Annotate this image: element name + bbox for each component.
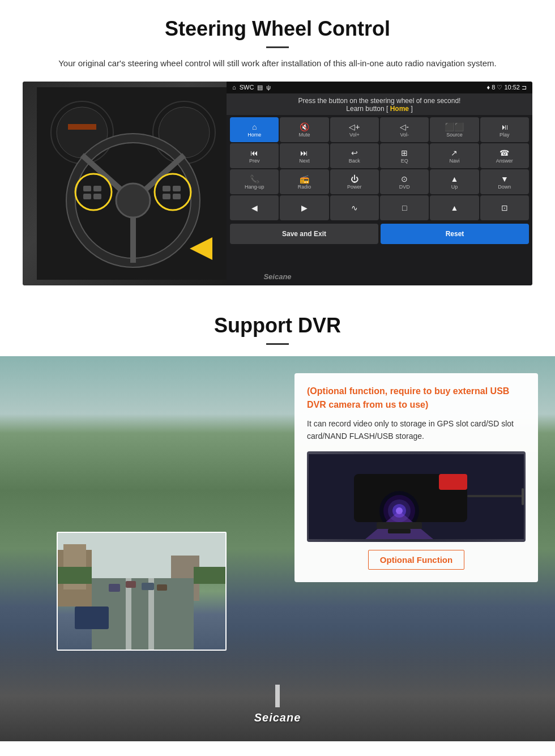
down-btn-label: Down [498, 184, 511, 190]
svg-rect-19 [163, 194, 170, 199]
hangup-btn-label: Hang-up [245, 184, 264, 190]
swc-btn-volup[interactable]: ◁+ Vol+ [330, 117, 379, 142]
navi-btn-label: Navi [449, 158, 459, 164]
swc-btn-down[interactable]: ▼ Down [480, 169, 529, 194]
seicane-watermark-swc: Seicane [263, 272, 291, 281]
svg-rect-45 [467, 495, 524, 497]
reset-button[interactable]: Reset [381, 224, 529, 244]
swc-learn-button-row: Learn button [ Home ] [227, 105, 532, 113]
swc-btn-r4d[interactable]: □ [380, 195, 429, 220]
voldown-btn-label: Vol- [400, 132, 409, 138]
volup-btn-icon: ◁+ [349, 123, 360, 131]
swc-btn-r4e[interactable]: ▲ [430, 195, 479, 220]
section1-description: Your original car's steering wheel contr… [45, 57, 510, 70]
navi-btn-icon: ↗ [451, 149, 458, 157]
swc-btn-source[interactable]: ⬛⬛ Source [430, 117, 479, 142]
dvr-description: It can record video only to storage in G… [307, 417, 526, 443]
swc-btn-next[interactable]: ⏭ Next [280, 143, 328, 168]
svg-rect-33 [75, 606, 109, 629]
play-btn-icon: ⏯ [501, 123, 509, 131]
r4e-btn-icon: ▲ [451, 204, 459, 212]
r4d-btn-icon: □ [402, 204, 407, 212]
swc-btn-navi[interactable]: ↗ Navi [430, 143, 479, 168]
swc-statusbar-right: ♦ 8 ♡ 10:52 ⊐ [487, 84, 527, 91]
swc-btn-radio[interactable]: 📻 Radio [280, 169, 328, 194]
swc-home-highlight: Home [390, 105, 409, 113]
swc-btn-home[interactable]: ⌂ Home [230, 117, 279, 142]
location-icon: ♦ 8 ♡ [487, 84, 505, 91]
home-btn-icon: ⌂ [252, 123, 257, 131]
svg-rect-47 [377, 522, 422, 529]
r4a-btn-icon: ◀ [251, 204, 258, 212]
swc-btn-play[interactable]: ⏯ Play [480, 117, 529, 142]
dvr-section: Support DVR [0, 297, 555, 741]
svg-rect-18 [173, 186, 181, 191]
swc-action-bar: Save and Exit Reset [230, 224, 529, 244]
source-btn-label: Source [446, 132, 463, 138]
section1-title: Steering Wheel Control [23, 17, 532, 41]
dvr-divider [266, 343, 289, 345]
save-exit-button[interactable]: Save and Exit [230, 224, 378, 244]
section1-divider [266, 46, 289, 48]
swc-learnbar: Press the button on the steering wheel o… [227, 93, 532, 115]
swc-btn-eq[interactable]: ⊞ EQ [380, 143, 429, 168]
battery-icon: ⊐ [522, 84, 527, 91]
back-btn-label: Back [349, 158, 360, 164]
swc-btn-mute[interactable]: 🔇 Mute [280, 117, 328, 142]
radio-btn-label: Radio [298, 184, 311, 190]
road-line [275, 685, 280, 707]
svg-rect-20 [173, 194, 181, 199]
svg-rect-17 [163, 186, 170, 191]
home-btn-label: Home [247, 132, 261, 138]
dvr-camera-svg [309, 454, 524, 539]
answer-btn-icon: ☎ [500, 149, 509, 157]
svg-rect-14 [83, 194, 91, 199]
swc-label: SWC [240, 84, 254, 91]
swc-press-instruction: Press the button on the steering wheel o… [227, 97, 532, 105]
svg-point-10 [116, 183, 150, 217]
swc-ui-panel: ⌂ SWC ▤ ψ ♦ 8 ♡ 10:52 ⊐ Press the button… [227, 82, 532, 285]
svg-rect-12 [83, 186, 91, 191]
swc-btn-hangup[interactable]: 📞 Hang-up [230, 169, 279, 194]
swc-btn-power[interactable]: ⏻ Power [330, 169, 379, 194]
svg-rect-30 [126, 581, 136, 588]
dvr-section-header: Support DVR [0, 314, 555, 356]
prev-btn-icon: ⏮ [250, 149, 258, 157]
prev-btn-label: Prev [249, 158, 260, 164]
swc-btn-back[interactable]: ↩ Back [330, 143, 379, 168]
answer-btn-label: Answer [496, 158, 513, 164]
swc-composite: ⌂ SWC ▤ ψ ♦ 8 ♡ 10:52 ⊐ Press the button… [23, 82, 532, 285]
svg-rect-38 [439, 474, 467, 490]
dvr-camera-thumbnail [57, 532, 227, 651]
up-btn-icon: ▲ [451, 175, 459, 183]
mute-btn-icon: 🔇 [300, 123, 309, 131]
dvd-btn-label: DVD [399, 184, 410, 190]
dvr-camera-image [307, 451, 526, 542]
media-icon: ▤ [257, 84, 263, 91]
source-btn-icon: ⬛⬛ [445, 123, 464, 131]
swc-statusbar-left: ⌂ SWC ▤ ψ [232, 84, 271, 91]
svg-rect-32 [157, 584, 167, 591]
r4b-btn-icon: ▶ [301, 204, 308, 212]
next-btn-icon: ⏭ [300, 149, 308, 157]
swc-btn-dvd[interactable]: ⊙ DVD [380, 169, 429, 194]
swc-btn-r4b[interactable]: ▶ [280, 195, 328, 220]
up-btn-label: Up [451, 184, 458, 190]
swc-statusbar: ⌂ SWC ▤ ψ ♦ 8 ♡ 10:52 ⊐ [227, 82, 532, 93]
home-icon: ⌂ [232, 84, 236, 91]
dvr-info-card: (Optional function, require to buy exter… [294, 373, 538, 583]
swc-learn-label: Learn button [ [346, 105, 388, 113]
swc-btn-up[interactable]: ▲ Up [430, 169, 479, 194]
swc-btn-r4a[interactable]: ◀ [230, 195, 279, 220]
svg-rect-48 [388, 529, 411, 533]
usb-icon: ψ [266, 84, 271, 91]
svg-rect-27 [126, 578, 131, 651]
swc-btn-voldown[interactable]: ◁- Vol- [380, 117, 429, 142]
power-btn-icon: ⏻ [351, 175, 358, 183]
swc-time: 10:52 [504, 84, 520, 91]
swc-btn-r4c[interactable]: ∿ [330, 195, 379, 220]
swc-btn-r4f[interactable]: ⊡ [480, 195, 529, 220]
swc-btn-prev[interactable]: ⏮ Prev [230, 143, 279, 168]
svg-rect-35 [194, 567, 227, 584]
swc-btn-answer[interactable]: ☎ Answer [480, 143, 529, 168]
